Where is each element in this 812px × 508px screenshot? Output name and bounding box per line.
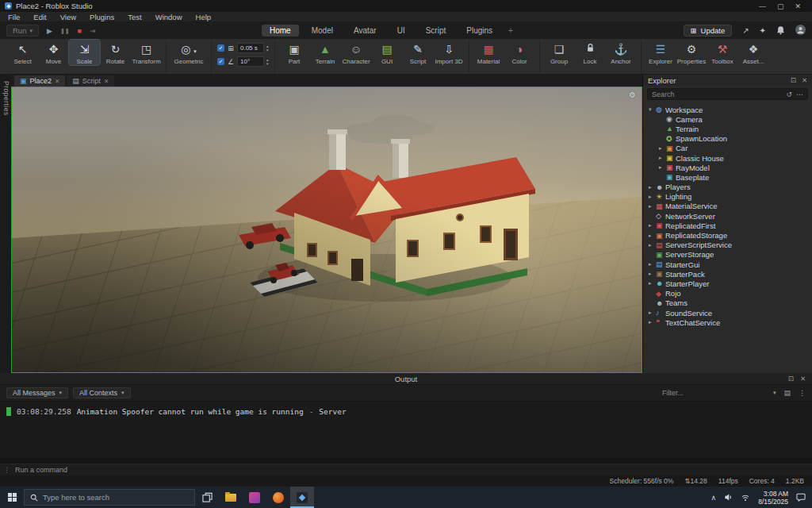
dock-icon[interactable]: ⊡	[791, 76, 796, 84]
close-tab-icon[interactable]: ✕	[104, 78, 109, 85]
pause-icon[interactable]: ❚❚	[60, 28, 70, 34]
properties-view-button[interactable]: ⚙Properties	[676, 40, 707, 65]
expander-icon[interactable]: ▸	[649, 310, 656, 316]
more-options-icon[interactable]: ⋯	[796, 90, 803, 98]
geometric-dropdown[interactable]: ◎ ▾ Geometric	[170, 40, 207, 65]
rotate-tool-button[interactable]: ↻Rotate	[100, 40, 131, 65]
tree-item-replicatedstorage[interactable]: ▸▣ReplicatedStorage	[643, 230, 812, 240]
minimize-button[interactable]: —	[759, 2, 766, 10]
anchor-button[interactable]: ⚓Anchor	[606, 40, 637, 65]
lock-button[interactable]: Lock	[575, 40, 606, 65]
tree-item-networkserver[interactable]: ◇NetworkServer	[643, 211, 812, 221]
tree-item-terrain[interactable]: ▲Terrain	[643, 124, 812, 133]
contexts-filter-dropdown[interactable]: All Contexts ▾	[73, 387, 131, 398]
command-bar[interactable]: ⋮	[0, 464, 812, 475]
menu-file[interactable]: File	[8, 13, 20, 21]
tree-item-camera[interactable]: ◉Camera	[643, 114, 812, 124]
tree-item-serverscriptservice[interactable]: ▸▤ServerScriptService	[643, 241, 812, 250]
material-button[interactable]: ▦Material	[473, 40, 504, 65]
properties-collapsed-tab[interactable]: Properties	[0, 75, 11, 373]
snap-rotate-checkbox[interactable]: ✓	[217, 58, 224, 65]
task-view-button[interactable]	[195, 487, 219, 508]
network-icon[interactable]	[741, 491, 750, 505]
tab-script[interactable]: Script	[418, 25, 454, 37]
close-tab-icon[interactable]: ✕	[55, 78, 59, 85]
play-icon[interactable]: ▶	[47, 27, 52, 35]
tree-item-lighting[interactable]: ▸☀Lighting	[643, 192, 812, 202]
import-3d-button[interactable]: ⇩Import 3D	[434, 40, 465, 65]
expander-icon[interactable]: ▸	[649, 222, 656, 229]
tree-item-spawnlocation[interactable]: ✪SpawnLocation	[643, 134, 812, 144]
select-tool-button[interactable]: ↖Select	[7, 40, 38, 65]
messages-filter-dropdown[interactable]: All Messages ▾	[6, 387, 68, 398]
snap-rotate-input[interactable]	[237, 56, 264, 67]
taskbar-search-input[interactable]	[43, 493, 189, 502]
tab-ui[interactable]: UI	[389, 25, 413, 37]
terrain-button[interactable]: ▲Terrain	[310, 40, 341, 65]
pinned-app-button[interactable]	[266, 487, 290, 508]
tab-model[interactable]: Model	[304, 25, 341, 37]
transform-tool-button[interactable]: ◳Transform	[131, 40, 162, 65]
tab-avatar[interactable]: Avatar	[346, 25, 385, 37]
tree-item-startergui[interactable]: ▸▤StarterGui	[643, 260, 812, 269]
pinned-app-button[interactable]	[243, 487, 266, 508]
tree-item-car[interactable]: ▸▣Car	[643, 144, 812, 153]
expander-icon[interactable]: ▸	[649, 233, 656, 239]
group-button[interactable]: ❏Group	[544, 40, 575, 65]
update-button[interactable]: ⊞ Update	[684, 25, 733, 37]
tree-item-starterplayer[interactable]: ▸☻StarterPlayer	[643, 279, 812, 288]
expander-icon[interactable]: ▸	[659, 164, 666, 171]
tree-item-rojo[interactable]: ◆Rojo	[643, 289, 812, 298]
snap-rotate-stepper[interactable]: ▴▾	[266, 58, 269, 66]
tree-item-replicatedfirst[interactable]: ▸▣ReplicatedFirst	[643, 221, 812, 230]
snap-move-input[interactable]	[237, 43, 264, 53]
maximize-button[interactable]: ▢	[777, 2, 784, 10]
tree-item-workspace[interactable]: ▾◍Workspace	[643, 105, 812, 114]
start-button[interactable]	[0, 487, 24, 508]
move-tool-button[interactable]: ✥Move	[38, 40, 69, 65]
toolbox-view-button[interactable]: ⚒Toolbox	[707, 40, 738, 65]
chevron-down-icon[interactable]: ▾	[773, 390, 776, 396]
tree-item-classic-house[interactable]: ▸▣Classic House	[643, 153, 812, 163]
dock-icon[interactable]: ⊡	[788, 375, 794, 383]
tree-item-teams[interactable]: ☻Teams	[643, 298, 812, 308]
tray-chevron-icon[interactable]: ∧	[711, 494, 717, 502]
expander-icon[interactable]: ▾	[649, 106, 656, 113]
tree-item-baseplate[interactable]: ▣Baseplate	[643, 172, 812, 182]
tree-item-materialservice[interactable]: ▸▦MaterialService	[643, 202, 812, 211]
taskbar-clock[interactable]: 3:08 AM 8/15/2025	[758, 490, 788, 506]
tree-item-textchatservice[interactable]: ▸❝TextChatService	[643, 318, 812, 327]
tree-item-serverstorage[interactable]: ▣ServerStorage	[643, 250, 812, 260]
taskbar-search-box[interactable]	[24, 489, 195, 506]
output-filter-input[interactable]	[662, 389, 765, 397]
tab-home[interactable]: Home	[262, 25, 299, 37]
action-center-icon[interactable]	[796, 491, 806, 505]
viewport-3d[interactable]: ⚙	[11, 87, 642, 373]
expander-icon[interactable]: ▸	[649, 184, 656, 190]
roblox-studio-taskbar-button[interactable]	[290, 487, 314, 508]
script-button[interactable]: ✎Script	[403, 40, 434, 65]
explorer-view-button[interactable]: ☰Explorer	[645, 40, 676, 65]
tree-item-players[interactable]: ▸☻Players	[643, 183, 812, 192]
volume-icon[interactable]	[724, 491, 733, 505]
expander-icon[interactable]: ▸	[649, 271, 656, 277]
character-button[interactable]: ☺Character	[341, 40, 372, 65]
tree-item-soundservice[interactable]: ▸♪SoundService	[643, 308, 812, 318]
doc-tab-place2[interactable]: ▣ Place2 ✕	[14, 75, 65, 87]
expander-icon[interactable]: ▸	[649, 203, 656, 210]
expander-icon[interactable]: ▸	[649, 319, 656, 325]
snap-move-checkbox[interactable]: ✓	[217, 44, 224, 52]
snap-move-stepper[interactable]: ▴▾	[266, 44, 269, 52]
expander-icon[interactable]: ▸	[659, 145, 666, 152]
expander-icon[interactable]: ▸	[659, 155, 666, 161]
log-book-icon[interactable]: ▤	[783, 389, 791, 397]
history-icon[interactable]: ↺	[786, 90, 792, 98]
scale-tool-button[interactable]: ⇲Scale	[69, 40, 100, 65]
menu-test[interactable]: Test	[128, 13, 141, 21]
expander-icon[interactable]: ▸	[649, 261, 656, 267]
close-button[interactable]: ✕	[795, 2, 801, 10]
menu-window[interactable]: Window	[155, 13, 182, 21]
file-explorer-button[interactable]	[219, 487, 243, 508]
menu-plugins[interactable]: Plugins	[90, 13, 114, 21]
step-icon[interactable]: ⇥	[90, 27, 96, 35]
